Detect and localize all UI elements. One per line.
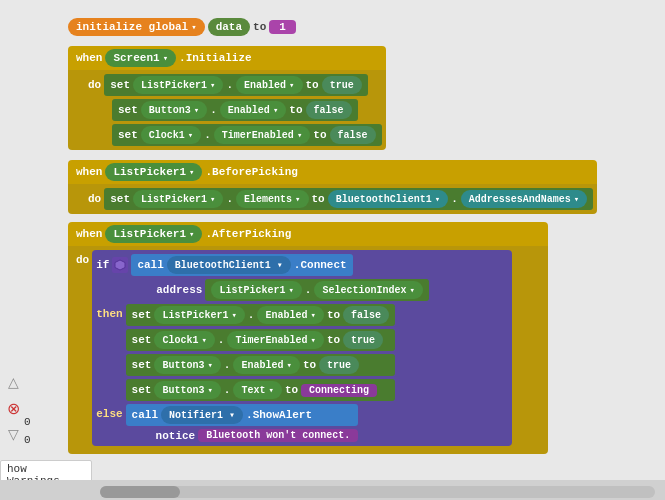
count-2: 0 bbox=[24, 434, 31, 446]
wont-connect-value[interactable]: Bluetooth won't connect. bbox=[198, 429, 358, 442]
do-label-2: do bbox=[88, 193, 101, 205]
else-section: else call Notifier1 ▾ .ShowAlert notice bbox=[96, 404, 508, 442]
up-arrow-btn[interactable]: △ bbox=[2, 371, 24, 393]
scrollbar-thumb[interactable] bbox=[100, 486, 180, 498]
blocks-canvas: initialize global data to 1 when Screen1… bbox=[0, 0, 665, 500]
listpicker1-pill-after[interactable]: ListPicker1 bbox=[105, 225, 202, 243]
then-section: then set ListPicker1 . Enabled to false bbox=[96, 304, 508, 401]
listpicker1-pill-before[interactable]: ListPicker1 bbox=[105, 163, 202, 181]
button3-pill-1[interactable]: Button3 bbox=[141, 101, 207, 119]
btclient1-pill-1[interactable]: BluetoothClient1 bbox=[328, 190, 448, 208]
button3-then-4[interactable]: Button3 bbox=[154, 381, 220, 399]
then-rows: set ListPicker1 . Enabled to false set C… bbox=[126, 304, 396, 401]
side-icons: △ ⊗ ▽ bbox=[2, 371, 24, 445]
clock1-then-2[interactable]: Clock1 bbox=[154, 331, 214, 349]
notifier1-pill[interactable]: Notifier1 ▾ bbox=[161, 406, 243, 424]
when-screen1-header[interactable]: when Screen1 .Initialize bbox=[68, 46, 386, 70]
set-button3-enabled-true[interactable]: set Button3 . Enabled to true bbox=[126, 354, 396, 376]
when-beforepicking-body: do set ListPicker1 . Elements to Bluetoo… bbox=[68, 184, 597, 214]
horizontal-scrollbar[interactable] bbox=[100, 486, 655, 498]
lp1-then-1[interactable]: ListPicker1 bbox=[154, 306, 244, 324]
beforepicking-label: .BeforePicking bbox=[205, 166, 297, 178]
error-btn[interactable]: ⊗ bbox=[2, 397, 24, 419]
initialize-label-1: .Initialize bbox=[179, 52, 252, 64]
button3-then-3[interactable]: Button3 bbox=[154, 356, 220, 374]
timerenabled-pill-1[interactable]: TimerEnabled bbox=[214, 126, 310, 144]
notice-row: notice Bluetooth won't connect. bbox=[156, 429, 359, 442]
listpicker1-pill-1[interactable]: ListPicker1 bbox=[133, 76, 223, 94]
when-screen1-body: do set ListPicker1 . Enabled to true set… bbox=[68, 70, 386, 150]
when-screen1-group: when Screen1 .Initialize do set ListPick… bbox=[68, 46, 386, 150]
enabled-pill-1[interactable]: Enabled bbox=[236, 76, 302, 94]
call-btclient1-connect[interactable]: call BluetoothClient1 ▾ .Connect bbox=[131, 254, 352, 276]
false-pill-1[interactable]: false bbox=[306, 101, 352, 119]
btclient1-pill-call[interactable]: BluetoothClient1 ▾ bbox=[167, 256, 291, 274]
false-pill-2[interactable]: false bbox=[330, 126, 376, 144]
addresses-pill[interactable]: AddressesAndNames bbox=[461, 190, 587, 208]
if-label: if bbox=[96, 259, 109, 271]
do-label-1: do bbox=[88, 79, 101, 91]
text-then-4[interactable]: Text bbox=[233, 381, 281, 399]
set-button3-text-connecting[interactable]: set Button3 . Text to Connecting bbox=[126, 379, 396, 401]
screen1-pill[interactable]: Screen1 bbox=[105, 49, 176, 67]
when-afterpicking-body: do if call BluetoothClient1 ▾ .Connect bbox=[68, 246, 548, 454]
init-global-block[interactable]: initialize global data to 1 bbox=[68, 18, 296, 36]
notice-label: notice bbox=[156, 430, 196, 442]
var-name-pill[interactable]: data bbox=[208, 18, 250, 36]
set-button3-enabled-false[interactable]: set Button3 . Enabled to false bbox=[112, 99, 358, 121]
down-arrow-btn[interactable]: ▽ bbox=[2, 423, 24, 445]
init-global-pill[interactable]: initialize global bbox=[68, 18, 205, 36]
set-listpicker1-elements[interactable]: set ListPicker1 . Elements to BluetoothC… bbox=[104, 188, 593, 210]
when-label-3: when bbox=[76, 228, 102, 240]
set-row-1: do set ListPicker1 . Enabled to true bbox=[88, 74, 382, 96]
afterpicking-label: .AfterPicking bbox=[205, 228, 291, 240]
address-label: address bbox=[156, 284, 202, 296]
enabled-then-3[interactable]: Enabled bbox=[233, 356, 299, 374]
call-notifier1-showalert[interactable]: call Notifier1 ▾ .ShowAlert bbox=[126, 404, 359, 426]
set-listpicker1-enabled-true[interactable]: set ListPicker1 . Enabled to true bbox=[104, 74, 368, 96]
to-label: to bbox=[253, 21, 266, 33]
when-listpicker1-beforepicking-group: when ListPicker1 .BeforePicking do set L… bbox=[68, 160, 597, 214]
init-value[interactable]: 1 bbox=[269, 20, 296, 34]
set-lp1-enabled-false[interactable]: set ListPicker1 . Enabled to false bbox=[126, 304, 396, 326]
when-afterpicking-header[interactable]: when ListPicker1 .AfterPicking bbox=[68, 222, 548, 246]
set-clock1-timerenabled-true[interactable]: set Clock1 . TimerEnabled to true bbox=[126, 329, 396, 351]
true-then-2[interactable]: true bbox=[343, 331, 383, 349]
do-label-3: do bbox=[76, 250, 89, 266]
set-row-2: set Button3 . Enabled to false bbox=[112, 99, 382, 121]
elements-pill[interactable]: Elements bbox=[236, 190, 308, 208]
set-clock1-timerenabled-false[interactable]: set Clock1 . TimerEnabled to false bbox=[112, 124, 382, 146]
else-rows: call Notifier1 ▾ .ShowAlert notice Bluet… bbox=[126, 404, 359, 442]
then-label: then bbox=[96, 304, 122, 320]
timerenabled-then-2[interactable]: TimerEnabled bbox=[227, 331, 323, 349]
if-block[interactable]: if call BluetoothClient1 ▾ .Connect addr… bbox=[92, 250, 512, 446]
listpicker1-selectionindex[interactable]: ListPicker1 . SelectionIndex bbox=[205, 279, 428, 301]
bottom-stripe bbox=[0, 480, 665, 500]
when-beforepicking-header[interactable]: when ListPicker1 .BeforePicking bbox=[68, 160, 597, 184]
listpicker1-pill-elem[interactable]: ListPicker1 bbox=[133, 190, 223, 208]
selectionindex-pill[interactable]: SelectionIndex bbox=[314, 281, 422, 299]
when-afterpicking-group: when ListPicker1 .AfterPicking do if bbox=[68, 222, 548, 454]
set-row-3: set Clock1 . TimerEnabled to false bbox=[112, 124, 382, 146]
do-if-row: do if call BluetoothClient1 ▾ .Connect bbox=[76, 250, 544, 446]
enabled-pill-2[interactable]: Enabled bbox=[220, 101, 286, 119]
lp1-pill[interactable]: ListPicker1 bbox=[211, 281, 301, 299]
true-pill-1[interactable]: true bbox=[322, 76, 362, 94]
true-then-3[interactable]: true bbox=[319, 356, 359, 374]
enabled-then-1[interactable]: Enabled bbox=[257, 306, 323, 324]
false-then-1[interactable]: false bbox=[343, 306, 389, 324]
address-row: address ListPicker1 . SelectionIndex bbox=[156, 279, 508, 301]
when-label-1: when bbox=[76, 52, 102, 64]
when-label-2: when bbox=[76, 166, 102, 178]
if-condition-row: if call BluetoothClient1 ▾ .Connect bbox=[96, 254, 508, 276]
connecting-value[interactable]: Connecting bbox=[301, 384, 377, 397]
svg-marker-0 bbox=[115, 260, 125, 270]
hexagon-connector bbox=[112, 257, 128, 273]
set-row-before: do set ListPicker1 . Elements to Bluetoo… bbox=[88, 188, 593, 210]
clock1-pill-1[interactable]: Clock1 bbox=[141, 126, 201, 144]
count-1: 0 bbox=[24, 416, 31, 428]
else-label: else bbox=[96, 404, 122, 420]
